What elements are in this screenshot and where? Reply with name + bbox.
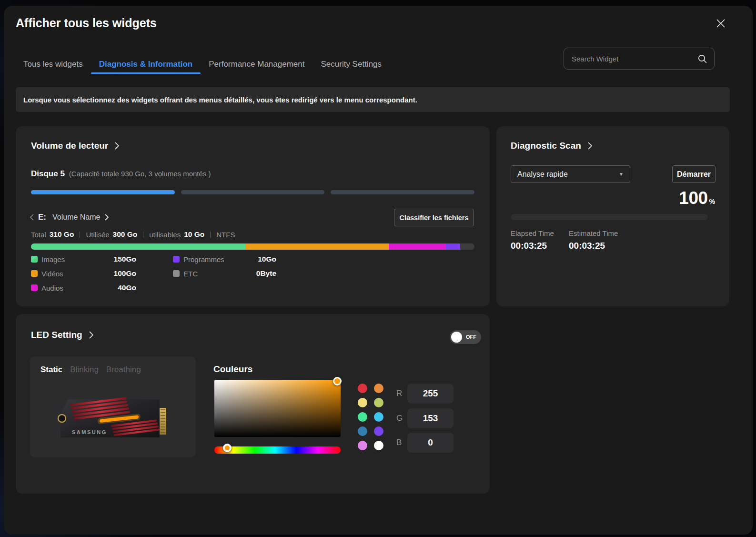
legend-item: Images 150Go [31, 255, 136, 263]
green-channel-label: G [396, 408, 407, 428]
stat-value: 10 Go [184, 230, 204, 239]
chevron-right-icon [588, 142, 592, 150]
disk-info-line: Disque 5 (Capacité totale 930 Go, 3 volu… [31, 169, 211, 179]
ssd-image: SAMSUNG [54, 395, 173, 442]
tab-tous-les-widgets[interactable]: Tous les widgets [15, 55, 91, 74]
diagnostic-card-title: Diagnostic Scan [511, 141, 581, 151]
blue-channel-label: B [396, 433, 407, 453]
divider [143, 232, 143, 238]
legend-item: Audios 40Go [31, 284, 136, 292]
color-swatch-magenta[interactable] [358, 441, 367, 450]
ssd-brand-text: SAMSUNG [72, 429, 107, 435]
red-channel-field[interactable]: 255 [407, 384, 454, 404]
volume-segment[interactable] [331, 190, 474, 194]
hue-slider[interactable] [214, 446, 341, 454]
usage-segment-programs [446, 243, 460, 250]
legend-chip [31, 256, 38, 263]
tab-bar: Tous les widgets Diagnosis & Information… [15, 55, 390, 74]
legend-item: ETC 0Byte [173, 269, 276, 278]
divider [80, 232, 80, 238]
estimated-time-value: 00:03:25 [569, 241, 605, 251]
led-mode-panel: Static Blinking Breathing [30, 356, 196, 457]
color-swatch-cyan[interactable] [374, 412, 383, 422]
blue-channel-field[interactable]: 0 [407, 433, 454, 453]
start-scan-button[interactable]: Démarrer [672, 165, 716, 183]
chevron-down-icon: ▼ [619, 172, 624, 177]
usage-bar [31, 243, 474, 250]
classify-files-button[interactable]: Classifier les fichiers [394, 209, 474, 226]
close-button[interactable] [713, 15, 729, 31]
disk-capacity-info: (Capacité totale 930 Go, 3 volumes monté… [69, 170, 211, 178]
stat-label: utilisables [149, 231, 181, 239]
saturation-value-cursor[interactable] [333, 377, 342, 385]
stat-value: 310 Go [50, 230, 74, 239]
diagnostic-scan-card: Diagnostic Scan Analyse rapide ▼ Démarre… [496, 126, 729, 306]
diagnostic-card-header[interactable]: Diagnostic Scan [511, 141, 592, 151]
led-card-header[interactable]: LED Setting [31, 330, 93, 340]
volume-card: Volume de lecteur Disque 5 (Capacité tot… [16, 126, 490, 306]
legend-chip [173, 270, 180, 277]
volume-name: Volume Name [52, 213, 101, 222]
search-icon[interactable] [697, 54, 707, 64]
red-channel-label: R [396, 384, 407, 404]
stat-value: 300 Go [113, 230, 138, 239]
volume-segment[interactable] [31, 190, 175, 194]
scan-progress-percent: 100 % [679, 188, 715, 208]
usage-segment-images [31, 243, 245, 250]
toggle-knob [451, 332, 462, 343]
led-mode-tabs: Static Blinking Breathing [40, 365, 141, 375]
search-input[interactable] [564, 55, 697, 63]
color-swatch-purple[interactable] [374, 426, 383, 436]
divider [210, 232, 211, 238]
colors-title: Couleurs [213, 364, 252, 375]
volume-segment[interactable] [181, 190, 325, 194]
scan-progress-bar [511, 214, 708, 220]
color-swatch-yellow[interactable] [358, 398, 367, 407]
saturation-value-picker[interactable] [214, 380, 341, 437]
usage-segment-videos [245, 243, 388, 250]
hue-slider-cursor[interactable] [223, 444, 232, 452]
green-channel-field[interactable]: 153 [407, 408, 454, 428]
color-swatch-yellowgreen[interactable] [374, 398, 383, 407]
scan-type-dropdown[interactable]: Analyse rapide ▼ [511, 165, 630, 183]
led-toggle[interactable]: OFF [450, 330, 481, 344]
info-banner: Lorsque vous sélectionnez des widgets of… [16, 87, 730, 112]
widgets-modal: Afficher tous les widgets Tous les widge… [4, 6, 753, 535]
led-setting-card: LED Setting OFF Static Blinking Breathin… [16, 314, 490, 494]
color-swatch-white[interactable] [374, 441, 383, 450]
chevron-right-icon[interactable] [105, 214, 109, 221]
color-swatch-blue[interactable] [358, 426, 367, 436]
volume-navigator: E: Volume Name [30, 211, 109, 223]
legend-chip [173, 256, 180, 263]
volume-stats: Total 310 Go Utilisée 300 Go utilisables… [31, 229, 235, 240]
stat-label: Utilisée [86, 231, 109, 239]
legend-chip [31, 270, 38, 277]
volume-card-title: Volume de lecteur [31, 141, 108, 151]
led-card-title: LED Setting [31, 330, 82, 340]
chevron-left-icon[interactable] [30, 214, 34, 221]
toggle-state-label: OFF [466, 330, 476, 344]
usage-segment-audios [389, 243, 446, 250]
legend-item: Vidéos 100Go [31, 269, 136, 278]
search-box [564, 48, 715, 70]
chevron-right-icon [89, 331, 93, 339]
legend-item: Programmes 10Go [173, 255, 276, 263]
legend-chip [31, 284, 38, 291]
mode-blinking[interactable]: Blinking [70, 365, 99, 375]
mode-static[interactable]: Static [40, 365, 62, 375]
scan-type-value: Analyse rapide [517, 170, 568, 179]
page-title: Afficher tous les widgets [16, 16, 157, 30]
mode-breathing[interactable]: Breathing [106, 365, 141, 375]
disk-volume-segments [31, 190, 474, 194]
color-swatch-orange[interactable] [374, 384, 383, 393]
info-banner-text: Lorsque vous sélectionnez des widgets of… [23, 96, 417, 104]
tab-performance-management[interactable]: Performance Management [201, 55, 312, 74]
stat-label: Total [31, 231, 46, 239]
volume-card-header[interactable]: Volume de lecteur [31, 141, 119, 151]
color-swatch-red[interactable] [358, 384, 367, 393]
chevron-right-icon [115, 142, 119, 150]
tab-diagnosis-information[interactable]: Diagnosis & Information [91, 55, 201, 74]
tab-security-settings[interactable]: Security Settings [312, 55, 390, 74]
color-swatch-green[interactable] [358, 412, 367, 422]
disk-name: Disque 5 [31, 169, 65, 179]
